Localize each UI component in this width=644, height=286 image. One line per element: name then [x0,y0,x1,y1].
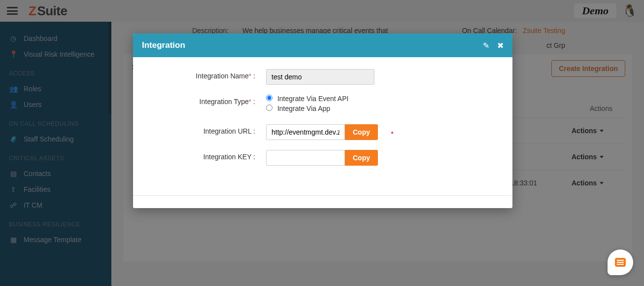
modal-body: Integration Name* : Integration Type* : … [133,57,512,195]
integration-name-input[interactable] [266,69,374,85]
integration-url-label: Integration URL : [148,124,266,135]
integration-type-label: Integration Type* : [148,95,266,106]
required-dot: ● [391,130,394,135]
integration-name-label: Integration Name* : [148,69,266,80]
modal-header: Integration ✎ ✖ [133,34,512,57]
copy-key-button[interactable]: Copy [345,150,378,166]
integration-url-input[interactable] [266,124,345,140]
radio-event-api[interactable]: Integrate Via Event API [266,95,348,103]
radio-via-app[interactable]: Integrate Via App [266,105,348,112]
close-icon[interactable]: ✖ [497,41,504,50]
chat-icon [615,258,626,267]
copy-url-button[interactable]: Copy [345,124,378,140]
chat-fab-button[interactable] [608,250,633,275]
integration-key-label: Integration KEY : [148,150,266,161]
integration-key-input[interactable] [266,150,345,166]
radio-event-api-input[interactable] [266,95,272,101]
modal-title: Integration [142,40,185,50]
radio-via-app-input[interactable] [266,105,272,111]
modal-footer [133,195,512,208]
edit-icon[interactable]: ✎ [483,41,489,50]
integration-modal: Integration ✎ ✖ Integration Name* : Inte… [133,34,512,208]
